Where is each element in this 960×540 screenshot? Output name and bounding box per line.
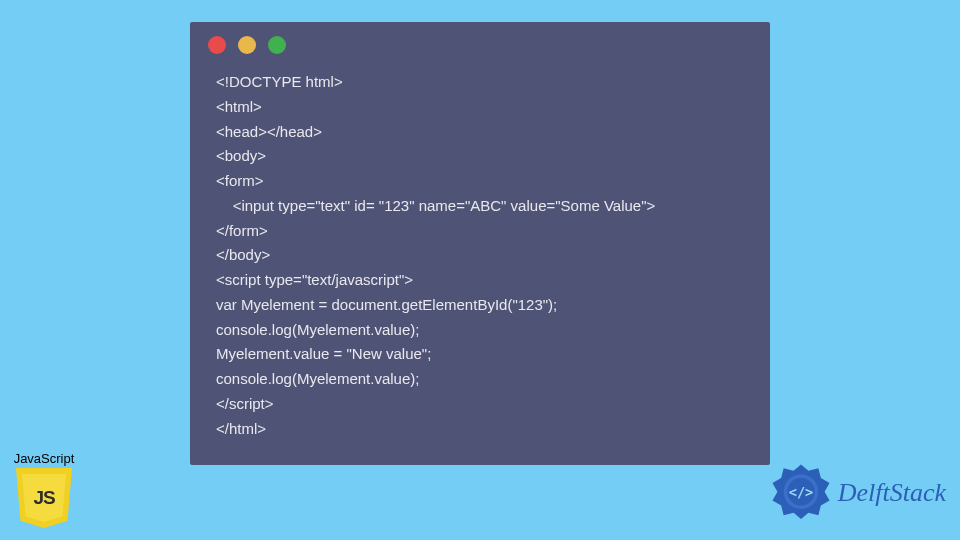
- minimize-icon: [238, 36, 256, 54]
- javascript-shield-text: JS: [22, 474, 66, 522]
- maximize-icon: [268, 36, 286, 54]
- code-window: <!DOCTYPE html> <html> <head></head> <bo…: [190, 22, 770, 465]
- javascript-label: JavaScript: [8, 451, 80, 466]
- delftstack-logo-icon: </>: [770, 462, 832, 524]
- javascript-shield-icon: JS: [16, 468, 72, 528]
- delftstack-brand: </> DelftStack: [770, 462, 946, 524]
- javascript-badge: JavaScript JS: [8, 451, 80, 528]
- svg-text:</>: </>: [788, 484, 813, 500]
- window-titlebar: [190, 22, 770, 64]
- delftstack-name: DelftStack: [838, 478, 946, 508]
- close-icon: [208, 36, 226, 54]
- code-content: <!DOCTYPE html> <html> <head></head> <bo…: [190, 64, 770, 447]
